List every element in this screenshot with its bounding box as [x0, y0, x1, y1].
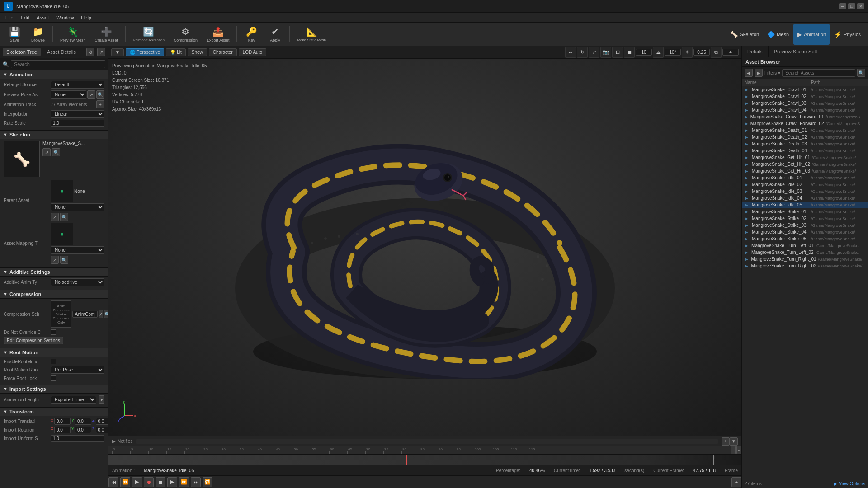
rotation-x-input[interactable] [54, 427, 71, 433]
root-motion-root-select[interactable]: Ref Pose [51, 366, 104, 374]
split-button[interactable]: ⧉ [711, 47, 722, 58]
view-grid-button[interactable]: ⊞ [612, 47, 623, 58]
split-num-input[interactable] [722, 49, 739, 56]
asset-item-17[interactable]: ▶ MangroveSnake_Idle_05 /Game/MangroveSn… [742, 202, 868, 208]
anim-length-expand[interactable]: ▼ [99, 395, 104, 404]
timeline-collapse-button[interactable]: ▼ [730, 437, 738, 446]
animation-mode-button[interactable]: ▶ Animation [793, 24, 830, 45]
asset-mapping-search-button[interactable]: 🔍 [60, 256, 68, 264]
lod-auto-button[interactable]: LOD Auto [239, 48, 266, 56]
light-button[interactable]: ☀ [682, 47, 693, 58]
playback-play-fwd-button[interactable]: ▶ [167, 477, 177, 487]
angle-input[interactable] [665, 49, 681, 56]
perspective-button[interactable]: 🌐 Perspective [126, 48, 164, 56]
panel-expand-button[interactable]: ↗ [97, 48, 105, 56]
playback-end-button[interactable]: ⏭ [191, 477, 201, 487]
tab-asset-details[interactable]: Asset Details [43, 48, 80, 56]
anim-length-select[interactable]: Exported Time [51, 396, 96, 404]
compression-search-button[interactable]: 🔍 [104, 310, 108, 318]
timeline-zoom-out[interactable]: - [736, 446, 741, 454]
key-button[interactable]: 🔑 Key [241, 24, 262, 45]
rate-scale-input[interactable] [51, 120, 104, 127]
asset-item-5[interactable]: ▶ MangroveSnake_Crawl_Forward_02 /Game/M… [742, 120, 868, 127]
rotation-y-input[interactable] [75, 427, 91, 433]
asset-item-24[interactable]: ▶ MangroveSnake_Turn_Left_02 /Game/Mangr… [742, 249, 868, 256]
animation-section-header[interactable]: ▼ Animation [0, 70, 108, 79]
enable-root-motion-checkbox[interactable] [51, 359, 56, 364]
asset-item-19[interactable]: ▶ MangroveSnake_Strike_02 /Game/Mangrove… [742, 215, 868, 222]
terrain-button[interactable]: ⛰ [653, 47, 664, 58]
timeline-track[interactable]: 1 [108, 455, 741, 465]
menu-asset[interactable]: Asset [33, 14, 53, 21]
asset-item-13[interactable]: ▶ MangroveSnake_Idle_01 /Game/MangroveSn… [742, 174, 868, 181]
additive-anim-type-select[interactable]: No additive [51, 278, 104, 286]
scale-input[interactable] [693, 49, 710, 56]
translate-x-input[interactable] [54, 418, 71, 425]
asset-item-1[interactable]: ▶ MangroveSnake_Crawl_02 /Game/MangroveS… [742, 93, 868, 100]
translate-y-input[interactable] [75, 418, 91, 425]
playback-prev-frame-button[interactable]: ⏪ [120, 477, 130, 487]
minimize-button[interactable]: ─ [839, 3, 846, 9]
viewport-canvas[interactable]: Previewing Animation MangroveSnake_Idle_… [108, 59, 741, 436]
asset-item-8[interactable]: ▶ MangroveSnake_Death_03 /Game/MangroveS… [742, 141, 868, 147]
show-button[interactable]: Show [188, 48, 207, 56]
view-options-button[interactable]: ▶ View Options [834, 481, 865, 486]
asset-item-6[interactable]: ▶ MangroveSnake_Death_01 /Game/MangroveS… [742, 127, 868, 134]
asset-item-3[interactable]: ▶ MangroveSnake_Crawl_04 /Game/MangroveS… [742, 107, 868, 113]
edit-compression-button[interactable]: Edit Compression Settings [4, 337, 63, 344]
playback-stop-button[interactable]: ⏹ [156, 477, 165, 487]
compression-button[interactable]: ⚙ Compression [170, 24, 201, 45]
menu-edit[interactable]: Edit [17, 14, 33, 21]
ab-back-button[interactable]: ◀ [745, 69, 753, 77]
parent-asset-search-button[interactable]: 🔍 [60, 213, 68, 221]
ab-forward-button[interactable]: ▶ [755, 69, 763, 77]
asset-mapping-link-button[interactable]: ↗ [51, 256, 59, 264]
root-motion-section-header[interactable]: ▼ Root Motion [0, 348, 108, 357]
preview-pose-search-button[interactable]: 🔍 [96, 90, 104, 99]
tab-details[interactable]: Details [742, 46, 769, 57]
ab-header-name[interactable]: Name [745, 80, 811, 85]
tab-skeleton-tree[interactable]: Skeleton Tree [3, 48, 41, 56]
asset-item-15[interactable]: ▶ MangroveSnake_Idle_03 /Game/MangroveSn… [742, 188, 868, 195]
close-button[interactable]: ✕ [857, 3, 864, 9]
asset-item-7[interactable]: ▶ MangroveSnake_Death_02 /Game/MangroveS… [742, 134, 868, 141]
asset-item-26[interactable]: ▶ MangroveSnake_Turn_Right_02 /Game/Mang… [742, 263, 868, 269]
compression-scheme-input[interactable] [72, 311, 98, 318]
menu-window[interactable]: Window [52, 14, 77, 21]
create-asset-button[interactable]: ➕ Create Asset [91, 24, 122, 45]
do-not-override-checkbox[interactable] [51, 329, 56, 335]
asset-item-21[interactable]: ▶ MangroveSnake_Strike_04 /Game/Mangrove… [742, 229, 868, 235]
reimport-button[interactable]: 🔄 Reimport Animation [129, 24, 168, 45]
asset-item-11[interactable]: ▶ MangroveSnake_Get_Hit_02 /Game/Mangrov… [742, 161, 868, 168]
additive-section-header[interactable]: ▼ Additive Settings [0, 268, 108, 277]
menu-file[interactable]: File [2, 14, 17, 21]
anim-track-add-button[interactable]: + [96, 100, 104, 108]
playback-record-button[interactable]: ⏺ [144, 477, 154, 487]
asset-item-12[interactable]: ▶ MangroveSnake_Get_Hit_03 /Game/Mangrov… [742, 168, 868, 174]
maximize-button[interactable]: □ [848, 3, 855, 9]
skeleton-link-button[interactable]: ↗ [42, 148, 51, 156]
ab-header-path[interactable]: Path [811, 80, 865, 85]
asset-item-10[interactable]: ▶ MangroveSnake_Get_Hit_01 /Game/Mangrov… [742, 154, 868, 161]
save-button[interactable]: 💾 Save [4, 24, 25, 45]
parent-asset-select[interactable]: None [51, 203, 104, 211]
transform-section-header[interactable]: ▼ Transform [0, 408, 108, 416]
notifies-expand-button[interactable]: ▶ [112, 439, 116, 444]
asset-item-23[interactable]: ▶ MangroveSnake_Turn_Left_01 /Game/Mangr… [742, 242, 868, 249]
panel-settings-button[interactable]: ⚙ [86, 48, 94, 56]
playback-next-frame-button[interactable]: ⏩ [179, 477, 189, 487]
preview-pose-pick-button[interactable]: ↗ [87, 90, 95, 99]
asset-item-20[interactable]: ▶ MangroveSnake_Strike_03 /Game/Mangrove… [742, 222, 868, 229]
search-input[interactable] [11, 60, 105, 68]
playback-add-button[interactable]: + [731, 477, 741, 487]
browse-button[interactable]: 📁 Browse [27, 24, 49, 45]
timeline-add-button[interactable]: + [722, 437, 730, 446]
timeline-zoom-in[interactable]: + [731, 446, 736, 454]
filters-label[interactable]: Filters ▾ [764, 70, 780, 75]
preview-pose-select[interactable]: None [51, 90, 86, 99]
lod-num-input[interactable] [636, 49, 652, 56]
mesh-mode-button[interactable]: 🔷 Mesh [764, 24, 793, 45]
asset-search-input[interactable] [782, 69, 855, 77]
asset-mapping-select[interactable]: None [51, 246, 104, 254]
retarget-source-select[interactable]: Default [51, 81, 104, 89]
